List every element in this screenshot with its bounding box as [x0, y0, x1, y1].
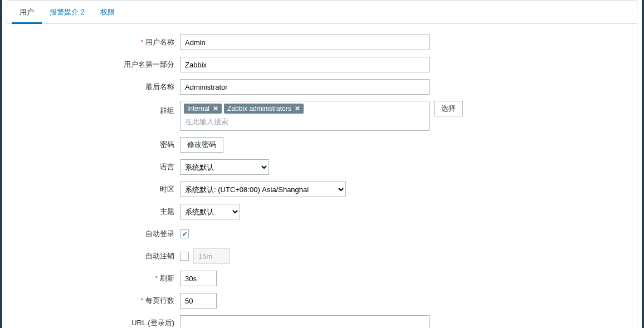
firstname-input[interactable] — [180, 57, 430, 72]
label-firstname: 用户名第一部分 — [18, 57, 180, 72]
tab-bar: 用户 报警媒介 2 权限 — [7, 1, 637, 24]
label-groups: 群组 — [18, 101, 180, 119]
tab-user[interactable]: 用户 — [12, 1, 42, 24]
label-autologin: 自动登录 — [18, 226, 180, 242]
tab-permissions[interactable]: 权限 — [92, 1, 123, 24]
groups-search-placeholder[interactable]: 在此输入搜索 — [184, 116, 426, 128]
group-tag-label: Internal — [187, 105, 209, 112]
label-refresh: 刷新 — [18, 271, 180, 286]
refresh-input[interactable] — [180, 271, 217, 286]
username-input[interactable] — [180, 35, 430, 50]
group-tag: Internal ✕ — [184, 104, 222, 114]
label-username: 用户名称 — [18, 35, 180, 50]
change-password-button[interactable]: 修改密码 — [180, 137, 223, 153]
label-password: 密码 — [18, 137, 180, 153]
remove-tag-icon[interactable]: ✕ — [213, 105, 218, 112]
remove-tag-icon[interactable]: ✕ — [295, 105, 300, 112]
label-autologout: 自动注销 — [18, 248, 180, 264]
groups-multiselect[interactable]: Internal ✕ Zabbix administrators ✕ 在此输入搜… — [180, 101, 430, 131]
theme-select[interactable]: 系统默认 — [180, 204, 240, 219]
group-tag: Zabbix administrators ✕ — [224, 104, 304, 114]
autologin-checkbox[interactable] — [180, 229, 189, 238]
label-theme: 主题 — [18, 204, 180, 219]
label-rows: 每页行数 — [18, 293, 180, 309]
label-language: 语言 — [18, 159, 180, 175]
url-input[interactable] — [180, 315, 430, 328]
group-tag-label: Zabbix administrators — [227, 105, 291, 112]
lastname-input[interactable] — [180, 79, 430, 95]
user-form: 用户名称 用户名第一部分 最后名称 群组 — [7, 24, 637, 328]
label-timezone: 时区 — [18, 182, 180, 197]
tab-media[interactable]: 报警媒介 2 — [42, 1, 92, 24]
language-select[interactable]: 系统默认 — [180, 159, 269, 175]
timezone-select[interactable]: 系统默认: (UTC+08:00) Asia/Shanghai — [180, 182, 346, 197]
groups-select-button[interactable]: 选择 — [434, 101, 463, 116]
autologout-value: 15m — [193, 248, 230, 264]
label-lastname: 最后名称 — [18, 79, 180, 95]
label-url: URL (登录后) — [18, 315, 180, 328]
rows-input[interactable] — [180, 293, 217, 309]
autologout-checkbox[interactable] — [180, 252, 189, 261]
